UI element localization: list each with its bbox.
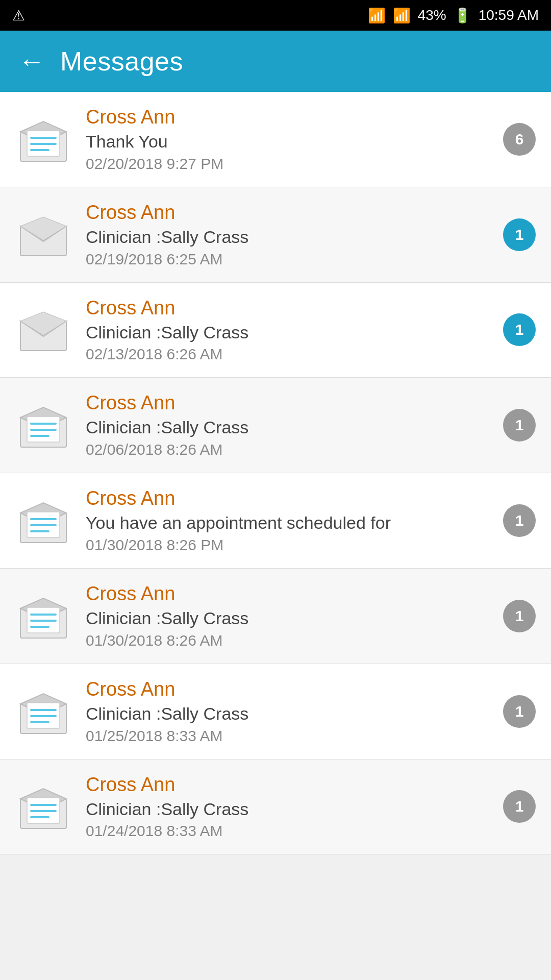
warning-icon: ⚠ [12, 7, 25, 24]
badge: 1 [503, 409, 536, 442]
sender-name: Cross Ann [86, 297, 489, 319]
wifi-icon: 📶 [368, 7, 386, 24]
message-preview: Clinician :Sally Crass [86, 799, 489, 820]
list-item[interactable]: Cross AnnClinician :Sally Crass01/25/201… [0, 664, 551, 760]
sender-name: Cross Ann [86, 774, 489, 796]
message-date: 01/30/2018 8:26 AM [86, 632, 489, 649]
sender-name: Cross Ann [86, 583, 489, 605]
clock: 10:59 AM [479, 7, 539, 23]
status-right: 📶 📶 43% 🔋 10:59 AM [368, 7, 539, 24]
list-item[interactable]: Cross AnnYou have an appointment schedul… [0, 473, 551, 569]
message-date: 02/19/2018 6:25 AM [86, 251, 489, 268]
message-content: Cross AnnClinician :Sally Crass01/30/201… [86, 583, 489, 649]
message-preview: Clinician :Sally Crass [86, 227, 489, 248]
message-content: Cross AnnClinician :Sally Crass01/25/201… [86, 678, 489, 745]
battery-percent: 43% [418, 7, 446, 23]
sender-name: Cross Ann [86, 202, 489, 224]
message-date: 01/30/2018 8:26 PM [86, 536, 489, 554]
message-content: Cross AnnClinician :Sally Crass02/06/201… [86, 392, 489, 458]
message-date: 01/25/2018 8:33 AM [86, 727, 489, 745]
message-date: 02/06/2018 8:26 AM [86, 441, 489, 458]
envelope-icon [15, 495, 71, 546]
badge: 1 [503, 790, 536, 823]
sender-name: Cross Ann [86, 106, 489, 128]
envelope-icon [15, 114, 71, 165]
app-header: ← Messages [0, 31, 551, 92]
status-bar: ⚠ 📶 📶 43% 🔋 10:59 AM [0, 0, 551, 31]
envelope-icon [15, 400, 71, 451]
envelope-icon [15, 686, 71, 737]
message-content: Cross AnnClinician :Sally Crass02/13/201… [86, 297, 489, 363]
sender-name: Cross Ann [86, 487, 489, 509]
message-content: Cross AnnClinician :Sally Crass02/19/201… [86, 202, 489, 268]
message-preview: You have an appointment scheduled for [86, 512, 489, 533]
badge: 1 [503, 695, 536, 728]
badge: 6 [503, 123, 536, 156]
list-item[interactable]: Cross AnnClinician :Sally Crass02/13/201… [0, 283, 551, 378]
message-date: 01/24/2018 8:33 AM [86, 822, 489, 840]
message-preview: Thank You [86, 131, 489, 152]
list-item[interactable]: Cross AnnClinician :Sally Crass02/06/201… [0, 378, 551, 473]
message-content: Cross AnnClinician :Sally Crass01/24/201… [86, 774, 489, 840]
battery-icon: 🔋 [454, 7, 471, 24]
list-item[interactable]: Cross AnnClinician :Sally Crass01/24/201… [0, 760, 551, 855]
envelope-icon [15, 304, 71, 355]
badge: 1 [503, 313, 536, 346]
message-content: Cross AnnYou have an appointment schedul… [86, 487, 489, 554]
message-preview: Clinician :Sally Crass [86, 703, 489, 724]
list-item[interactable]: Cross AnnThank You02/20/2018 9:27 PM6 [0, 92, 551, 187]
status-left: ⚠ [12, 7, 25, 24]
header-title: Messages [60, 46, 183, 77]
list-item[interactable]: Cross AnnClinician :Sally Crass01/30/201… [0, 569, 551, 664]
message-content: Cross AnnThank You02/20/2018 9:27 PM [86, 106, 489, 173]
message-date: 02/13/2018 6:26 AM [86, 346, 489, 363]
envelope-icon [15, 209, 71, 260]
message-preview: Clinician :Sally Crass [86, 322, 489, 343]
badge: 1 [503, 504, 536, 537]
signal-icon: 📶 [393, 7, 411, 24]
badge: 1 [503, 600, 536, 632]
badge: 1 [503, 218, 536, 251]
envelope-icon [15, 591, 71, 642]
message-preview: Clinician :Sally Crass [86, 608, 489, 629]
message-date: 02/20/2018 9:27 PM [86, 155, 489, 173]
message-preview: Clinician :Sally Crass [86, 417, 489, 438]
message-list: Cross AnnThank You02/20/2018 9:27 PM6 Cr… [0, 92, 551, 854]
back-button[interactable]: ← [18, 46, 45, 77]
sender-name: Cross Ann [86, 678, 489, 700]
sender-name: Cross Ann [86, 392, 489, 414]
envelope-icon [15, 781, 71, 832]
list-item[interactable]: Cross AnnClinician :Sally Crass02/19/201… [0, 187, 551, 283]
